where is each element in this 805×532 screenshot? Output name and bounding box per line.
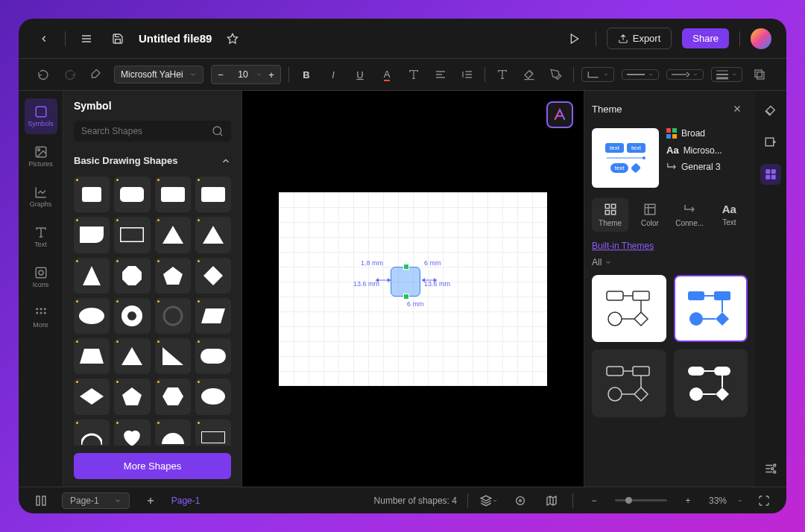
theme-card[interactable] [674,349,748,417]
rail-text[interactable]: Text [25,219,57,255]
search-box[interactable] [74,121,231,142]
line-weight[interactable] [711,67,742,82]
shape-pentagon[interactable] [155,258,191,294]
section-header[interactable]: Basic Drawing Shapes [63,149,242,172]
target-icon[interactable] [510,490,531,511]
user-avatar[interactable] [751,28,771,49]
rail-graphs[interactable]: Graphs [25,179,57,215]
share-button[interactable]: Share [682,28,729,48]
theme-tab-text[interactable]: AaText [711,198,748,232]
ai-assistant-button[interactable] [546,101,573,128]
rail-more[interactable]: More [25,300,57,335]
selected-shape[interactable] [391,267,420,297]
more-shapes-button[interactable]: More Shapes [74,453,231,479]
shape-pill[interactable] [195,338,231,374]
theme-card[interactable] [592,349,666,417]
star-button[interactable] [222,28,243,49]
connector-type[interactable] [581,67,614,82]
text-size-button[interactable] [404,65,423,84]
close-panel-button[interactable] [727,98,748,119]
font-select[interactable]: Microsoft YaHei [114,66,203,83]
zoom-out-button[interactable]: − [584,490,604,511]
shape-frame[interactable] [114,217,150,253]
page-canvas[interactable]: 1.8 mm 6 mm 13.6 mm 13.6 mm 6 mm [279,192,547,386]
apps-button[interactable] [760,164,781,185]
add-note[interactable] [760,133,781,153]
rail-icons[interactable]: Icons [25,259,57,295]
undo-button[interactable] [34,65,53,84]
increase-size[interactable]: + [262,66,280,83]
text-tool[interactable] [493,65,512,84]
line-style[interactable] [622,69,659,80]
underline-button[interactable]: U [350,65,370,84]
search-input[interactable] [81,126,212,136]
layers-icon[interactable] [479,490,499,511]
layers-button[interactable] [750,65,769,84]
shape-roundrect3[interactable] [195,177,231,212]
format-painter[interactable] [87,65,107,84]
shape-octagon[interactable] [114,258,150,294]
font-size-control[interactable]: − 10 + [211,65,281,84]
theme-tab-theme[interactable]: Theme [592,198,628,232]
stroke-color-button[interactable] [546,65,566,84]
page-tab[interactable]: Page-1 [171,495,201,506]
builtin-themes-link[interactable]: Built-in Themes [592,241,748,251]
theme-tab-color[interactable]: Color [631,198,668,232]
shape-arc[interactable] [74,419,110,446]
bold-button[interactable]: B [297,65,316,84]
shape-hexagon[interactable] [155,379,191,414]
shape-donut[interactable] [114,298,150,334]
canvas-area[interactable]: 1.8 mm 6 mm 13.6 mm 13.6 mm 6 mm [242,91,584,487]
shape-ellipse2[interactable] [195,379,231,414]
shape-triangle2[interactable] [195,217,231,253]
shape-pentagon2[interactable] [114,379,150,414]
settings-toggle[interactable] [760,458,781,479]
shape-heart[interactable] [114,419,150,446]
shape-parallelogram[interactable] [195,298,231,334]
shape-roundrect2[interactable] [155,177,191,212]
rail-pictures[interactable]: Pictures [25,139,57,174]
align-button[interactable] [431,65,450,84]
font-color-button[interactable]: A [377,65,397,84]
page-selector[interactable]: Page-1 [62,493,130,509]
shape-ring[interactable] [155,298,191,334]
rail-symbols[interactable]: Symbols [25,98,57,134]
zoom-slider[interactable] [615,499,667,501]
shape-triangle3[interactable] [74,258,110,294]
theme-card[interactable] [674,275,748,342]
theme-card[interactable] [592,275,666,342]
shape-square[interactable] [74,177,110,212]
shape-ellipse[interactable] [74,298,110,334]
shape-diamond[interactable] [195,258,231,294]
map-icon[interactable] [541,490,562,511]
menu-button[interactable] [76,28,97,49]
theme-tab-connector[interactable]: Conne... [672,198,708,232]
play-button[interactable] [564,28,585,49]
shape-snip[interactable] [74,217,110,253]
export-button[interactable]: Export [607,28,672,49]
arrow-style[interactable] [666,69,704,80]
line-spacing-button[interactable] [458,65,477,84]
zoom-in-button[interactable]: + [678,490,698,511]
zoom-value[interactable]: 33% [709,495,727,506]
theme-filter[interactable]: All [592,257,748,267]
shape-triangle[interactable] [155,217,191,253]
page-layout-icon[interactable] [31,490,51,511]
decrease-size[interactable]: − [212,66,230,83]
redo-button[interactable] [60,65,80,84]
fill-tool[interactable] [760,101,781,122]
shape-right-triangle[interactable] [155,338,191,374]
shape-diamond2[interactable] [74,379,110,414]
shape-semicircle[interactable] [155,419,191,446]
font-size-value[interactable]: 10 [230,69,256,80]
shape-triangle4[interactable] [114,338,150,374]
fill-color-button[interactable] [520,65,539,84]
italic-button[interactable]: I [323,65,343,84]
shape-rect[interactable] [195,419,231,446]
save-icon[interactable] [107,28,128,49]
fullscreen-button[interactable] [754,490,774,511]
shape-trapezoid[interactable] [74,338,110,374]
add-page-button[interactable] [140,490,161,511]
shape-roundrect[interactable] [114,177,150,212]
back-button[interactable] [34,28,54,49]
